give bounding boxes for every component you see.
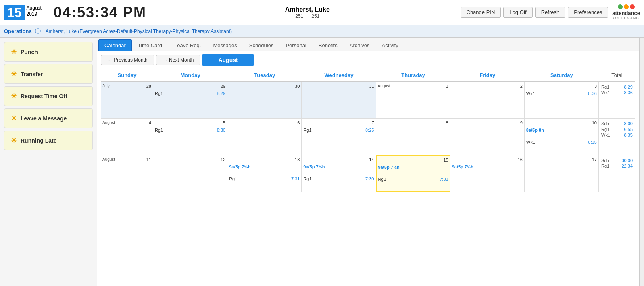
total-label: Sch xyxy=(601,158,609,163)
refresh-button[interactable]: Refresh xyxy=(535,7,566,18)
sidebar-item-punch[interactable]: ☀ Punch xyxy=(4,42,93,62)
log-off-button[interactable]: Log Off xyxy=(503,7,532,18)
change-pin-button[interactable]: Change PIN xyxy=(461,7,501,18)
ops-icon[interactable]: ⓘ xyxy=(35,28,41,35)
tab-messages[interactable]: Messages xyxy=(207,39,243,51)
cell-date: 11 xyxy=(146,157,151,162)
entry-code: Rg1 xyxy=(155,91,163,96)
calendar-nav: ← Previous Month → Next Month August xyxy=(97,51,639,69)
cell-date: 7 xyxy=(371,120,374,125)
operations-label[interactable]: Operations xyxy=(4,28,32,34)
cell-aug-10: 10 8a/5p 8h Wk1 8:35 xyxy=(525,119,599,155)
total-week-2: Sch 8:00 Rg1 16:55 Wk1 8:35 xyxy=(599,119,635,155)
cell-date: 13 xyxy=(295,157,300,162)
cell-aug-5: 5 Rg1 8:30 xyxy=(153,119,227,155)
total-label: Wk1 xyxy=(601,90,610,95)
total-row-wk1: Wk1 8:35 xyxy=(601,133,633,137)
sidebar-label-punch: Punch xyxy=(21,49,38,55)
operations-bar: Operations ⓘ Amherst, Luke (Evergreen Ac… xyxy=(0,25,644,38)
tab-calendar[interactable]: Calendar xyxy=(98,39,132,51)
sidebar: ☀ Punch ☀ Transfer ☀ Request Time Off ☀ … xyxy=(0,38,97,286)
logo-dot-green xyxy=(618,4,623,9)
total-row-sch: Sch 30:00 xyxy=(601,158,633,163)
next-month-button[interactable]: → Next Month xyxy=(156,55,201,65)
user-id2: 251 xyxy=(311,13,319,19)
cell-aug-7: 7 Rg1 8:25 xyxy=(302,119,376,155)
total-week-1: Rg1 8:29 Wk1 8:36 xyxy=(599,82,635,118)
date-month: August xyxy=(27,5,42,12)
main-content: ☀ Punch ☀ Transfer ☀ Request Time Off ☀ … xyxy=(0,38,644,286)
cell-date: 28 xyxy=(146,84,151,89)
schedule-9a5p-13: 9a/5p 7½h xyxy=(229,164,300,169)
cell-date: 5 xyxy=(223,120,225,125)
header-total: Total xyxy=(599,70,635,80)
entry-time: 8:30 xyxy=(217,128,225,133)
total-label: Wk1 xyxy=(601,133,610,137)
preferences-button[interactable]: Preferences xyxy=(568,7,608,18)
cell-date: 12 xyxy=(221,157,225,162)
entry-time: 7:30 xyxy=(365,176,374,181)
user-info: Amherst, Luke 251 251 xyxy=(154,6,460,19)
cell-date: 17 xyxy=(592,157,597,162)
sidebar-label-lm: Leave a Message xyxy=(21,115,67,122)
tab-archives[interactable]: Archives xyxy=(344,39,376,51)
schedule-9a5p-14: 9a/5p 7½h xyxy=(303,164,374,169)
sidebar-item-request-time-off[interactable]: ☀ Request Time Off xyxy=(4,86,93,106)
cell-date: 16 xyxy=(518,157,523,162)
entry-time: 7:31 xyxy=(291,176,300,181)
cell-aug-12: 12 xyxy=(153,155,227,192)
scrollbar[interactable] xyxy=(639,38,644,286)
sun-icon-lm: ☀ xyxy=(11,114,17,122)
tab-time-card[interactable]: Time Card xyxy=(132,39,168,51)
cell-aug-15-today: 15 9a/5p 7½h Rg1 7:33 xyxy=(376,155,450,192)
sun-icon-rto: ☀ xyxy=(11,92,17,100)
cell-month-label: August xyxy=(102,120,115,125)
total-label: Sch xyxy=(601,121,609,126)
entry-rg1-733: Rg1 7:33 xyxy=(378,177,448,182)
cell-aug-17: 17 xyxy=(525,155,599,192)
calendar-week-2: August 4 5 Rg1 8:30 6 7 Rg1 xyxy=(101,119,635,155)
date-badge: 15 August 2019 xyxy=(4,5,42,20)
sun-icon-rl: ☀ xyxy=(11,137,17,144)
cell-jul-31: 31 xyxy=(302,82,376,118)
sidebar-item-transfer[interactable]: ☀ Transfer xyxy=(4,64,93,84)
logo-sub: ON DEMAND xyxy=(613,16,639,20)
tab-schedules[interactable]: Schedules xyxy=(243,39,280,51)
cell-date: 30 xyxy=(295,84,300,89)
entry-code: Wk1 xyxy=(526,140,535,145)
schedule-9a5p-16: 9a/5p 7½h xyxy=(452,164,523,169)
cell-date: 10 xyxy=(592,120,597,125)
cell-date: 31 xyxy=(369,84,374,89)
header-buttons: Change PIN Log Off Refresh Preferences xyxy=(461,7,609,18)
sidebar-label-rto: Request Time Off xyxy=(21,93,67,99)
sidebar-item-running-late[interactable]: ☀ Running Late xyxy=(4,131,93,150)
total-val: 30:00 xyxy=(621,158,633,163)
cell-aug-2: 2 xyxy=(450,82,525,118)
app-logo: attendance ON DEMAND xyxy=(612,4,640,20)
tab-benefits[interactable]: Benefits xyxy=(313,39,344,51)
tab-leave-req[interactable]: Leave Req. xyxy=(168,39,207,51)
total-label: Rg1 xyxy=(601,127,609,132)
tab-personal[interactable]: Personal xyxy=(279,39,312,51)
sun-icon-transfer: ☀ xyxy=(11,70,17,78)
user-name: Amherst, Luke xyxy=(154,6,460,13)
logo-dot-red xyxy=(630,4,635,9)
sidebar-label-transfer: Transfer xyxy=(21,71,43,77)
entry-rg1-830: Rg1 8:30 xyxy=(155,128,225,133)
calendar-week-1: July 28 29 Rg1 8:29 30 31 August xyxy=(101,82,635,119)
total-row-wk1: Wk1 8:36 xyxy=(601,90,633,95)
cell-date: 9 xyxy=(520,120,523,125)
cell-jul-29: 29 Rg1 8:29 xyxy=(153,82,227,118)
cell-aug-4: August 4 xyxy=(101,119,153,155)
calendar-area: Calendar Time Card Leave Req. Messages S… xyxy=(97,38,639,286)
cell-aug-13: 13 9a/5p 7½h Rg1 7:31 xyxy=(227,155,302,192)
app-header: 15 August 2019 04:53:34 PM Amherst, Luke… xyxy=(0,0,644,25)
entry-code: Rg1 xyxy=(229,176,237,181)
cell-aug-6: 6 xyxy=(227,119,302,155)
prev-month-button[interactable]: ← Previous Month xyxy=(101,55,154,65)
cell-aug-9: 9 xyxy=(450,119,525,155)
sidebar-item-leave-message[interactable]: ☀ Leave a Message xyxy=(4,108,93,128)
tab-activity[interactable]: Activity xyxy=(376,39,404,51)
clock-display: 04:53:34 PM xyxy=(54,4,146,21)
entry-code: Rg1 xyxy=(303,128,311,133)
